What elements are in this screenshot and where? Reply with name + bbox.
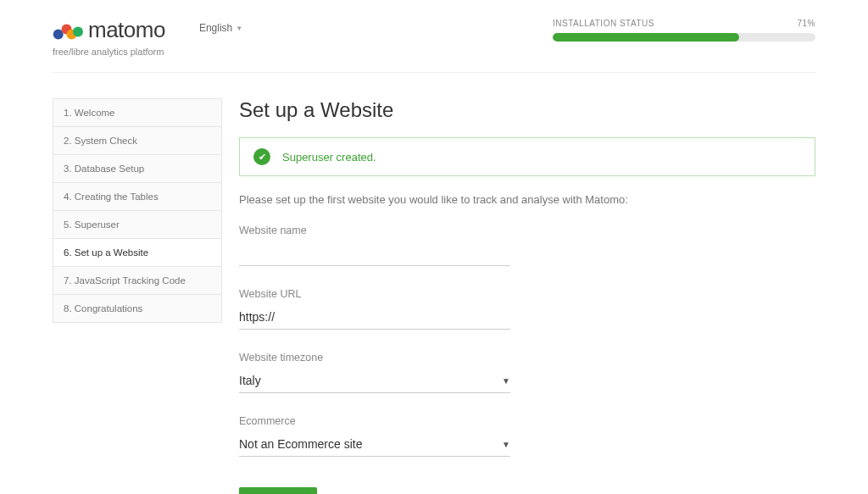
ecommerce-value: Not an Ecommerce site [239,437,363,451]
notice-text: Superuser created. [282,151,376,164]
website-url-label: Website URL [239,288,510,300]
brand-name: matomo [88,17,165,43]
success-notice: Superuser created. [239,137,815,176]
main-content: Set up a Website Superuser created. Plea… [239,98,815,494]
step-creating-tables[interactable]: 4. Creating the Tables [53,183,221,211]
check-badge-icon [253,148,270,165]
logo-block: matomo free/libre analytics platform [53,17,165,57]
step-superuser[interactable]: 5. Superuser [53,211,221,239]
next-button[interactable]: NEXT » [239,487,317,494]
step-system-check[interactable]: 2. System Check [53,127,221,155]
ecommerce-label: Ecommerce [239,415,510,427]
language-selector[interactable]: English ▼ [199,17,242,34]
chevron-down-icon: ▼ [502,376,510,386]
timezone-select[interactable]: Italy ▼ [239,369,510,393]
timezone-label: Website timezone [239,352,510,364]
steps-list: 1. Welcome 2. System Check 3. Database S… [53,98,222,323]
matomo-logo-icon [53,20,83,41]
svg-point-3 [73,26,83,36]
sidebar: 1. Welcome 2. System Check 3. Database S… [53,98,222,494]
language-label: English [199,22,232,34]
step-tracking-code[interactable]: 7. JavaScript Tracking Code [53,267,221,295]
chevron-down-icon: ▼ [502,440,510,449]
page-title: Set up a Website [239,98,815,122]
step-congratulations[interactable]: 8. Congratulations [53,295,221,322]
chevron-down-icon: ▼ [236,25,242,32]
progress-block: INSTALLATION STATUS 71% [553,17,815,42]
tagline: free/libre analytics platform [53,47,165,57]
timezone-value: Italy [239,374,261,387]
ecommerce-select[interactable]: Not an Ecommerce site ▼ [239,432,510,457]
website-name-label: Website name [239,225,510,236]
intro-text: Please set up the first website you woul… [239,193,815,206]
progress-fill [553,33,739,42]
step-database-setup[interactable]: 3. Database Setup [53,155,221,183]
progress-bar [553,33,815,42]
progress-label: INSTALLATION STATUS [553,19,654,28]
website-url-input[interactable] [239,305,510,330]
step-welcome[interactable]: 1. Welcome [53,99,221,127]
progress-percent: 71% [797,19,815,28]
step-setup-website[interactable]: 6. Set up a Website [53,239,221,267]
header: matomo free/libre analytics platform Eng… [53,17,815,73]
website-name-input[interactable] [239,241,510,266]
